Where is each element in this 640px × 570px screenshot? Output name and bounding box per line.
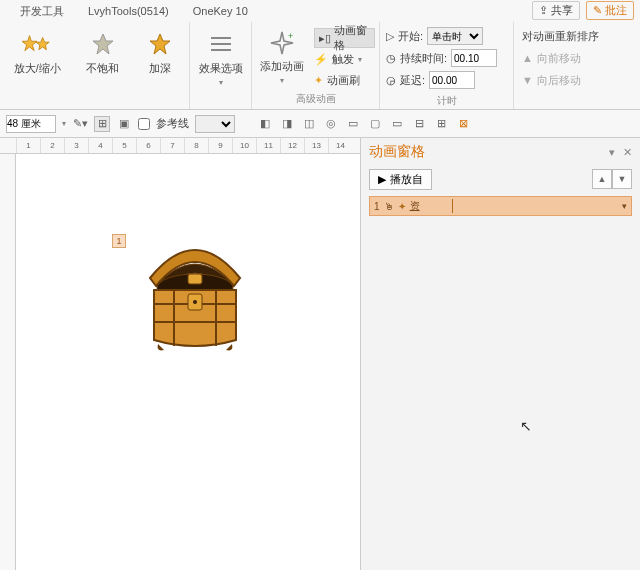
zoom-input[interactable] (6, 115, 56, 133)
work-area: 1234567891011121314 1 (0, 138, 640, 570)
canvas-area: 1234567891011121314 1 (0, 138, 360, 570)
svg-marker-1 (36, 38, 49, 50)
tool-5-icon[interactable]: ▭ (345, 116, 361, 132)
snap-icon[interactable]: ⊞ (94, 116, 110, 132)
animation-pane-button[interactable]: ▸▯ 动画窗格 (314, 28, 375, 48)
animation-item[interactable]: 1 🖱 ✦ 资 ▾ (369, 196, 632, 216)
chest-object[interactable]: 1 (130, 230, 260, 360)
star-gold-icon (145, 30, 175, 60)
item-name: 资 (410, 199, 420, 213)
tool-1-icon[interactable]: ◧ (257, 116, 273, 132)
tool-6-icon[interactable]: ▢ (367, 116, 383, 132)
ruler-horizontal: 1234567891011121314 (0, 138, 360, 154)
start-row: ▷ 开始: 单击时 (386, 26, 507, 46)
pane-menu-icon[interactable]: ▾ (609, 146, 615, 159)
tool-7-icon[interactable]: ▭ (389, 116, 405, 132)
unsat-button[interactable]: 不饱和 (82, 28, 123, 78)
share-button[interactable]: ⇪共享 (532, 1, 580, 20)
start-select[interactable]: 单击时 (427, 27, 483, 45)
svg-marker-3 (150, 34, 170, 54)
move-up-button[interactable]: ▲ (592, 169, 612, 189)
tool-10-icon[interactable]: ⊠ (455, 116, 471, 132)
group-icon[interactable]: ▣ (116, 116, 132, 132)
delay-input[interactable] (429, 71, 475, 89)
arrow-up-icon: ▲ (522, 52, 533, 64)
quick-toolbar: ▾ ✎▾ ⊞ ▣ 参考线 ◧ ◨ ◫ ◎ ▭ ▢ ▭ ⊟ ⊞ ⊠ (0, 110, 640, 138)
deep-button[interactable]: 加深 (141, 28, 179, 78)
star-pair-icon (22, 30, 52, 60)
tab-onekey[interactable]: OneKey 10 (181, 2, 260, 20)
sparkle-icon: + (267, 28, 297, 58)
guide-label: 参考线 (156, 116, 189, 131)
group-label: 计时 (384, 92, 509, 111)
tab-lvyh[interactable]: LvyhTools(0514) (76, 2, 181, 20)
svg-rect-10 (188, 274, 202, 284)
ribbon: 放大/缩小 不饱和 加深 效果选项 (0, 22, 640, 110)
item-index: 1 (374, 201, 380, 212)
move-earlier-button: ▲ 向前移动 (522, 48, 581, 68)
guide-checkbox[interactable] (138, 118, 150, 130)
effect-icon: ✦ (398, 201, 406, 212)
effect-options-button[interactable]: 效果选项 ▾ (195, 28, 247, 89)
trigger-button[interactable]: ⚡ 触发▾ (314, 49, 375, 69)
annotate-button[interactable]: ✎批注 (586, 1, 634, 20)
clock-icon: ◷ (386, 52, 396, 65)
tool-2-icon[interactable]: ◨ (279, 116, 295, 132)
duration-input[interactable] (451, 49, 497, 67)
animation-painter-button[interactable]: ✦ 动画刷 (314, 70, 375, 90)
svg-marker-2 (93, 34, 113, 54)
add-animation-button[interactable]: + 添加动画 ▾ (256, 26, 308, 87)
move-later-button: ▼ 向后移动 (522, 70, 581, 90)
svg-text:+: + (288, 31, 293, 41)
animation-list: 1 🖱 ✦ 资 ▾ (361, 192, 640, 220)
guide-select[interactable] (195, 115, 235, 133)
pane-icon: ▸▯ (319, 32, 331, 45)
pane-title: 动画窗格 (369, 143, 425, 161)
slide-canvas[interactable]: 1 (16, 154, 360, 570)
play-icon: ▶ (378, 173, 386, 186)
ruler-vertical (0, 154, 16, 570)
list-icon (206, 30, 236, 60)
animation-tag[interactable]: 1 (112, 234, 126, 248)
cursor-icon: ↖ (520, 418, 532, 434)
play-icon: ▷ (386, 30, 394, 43)
tool-9-icon[interactable]: ⊞ (433, 116, 449, 132)
chevron-down-icon[interactable]: ▾ (622, 201, 627, 211)
reorder-label: 对动画重新排序 (522, 26, 599, 46)
tool-4-icon[interactable]: ◎ (323, 116, 339, 132)
tab-dev[interactable]: 开发工具 (8, 1, 76, 22)
svg-marker-0 (22, 36, 37, 51)
tool-3-icon[interactable]: ◫ (301, 116, 317, 132)
dropper-icon[interactable]: ✎▾ (72, 116, 88, 132)
group-label: 高级动画 (256, 90, 375, 109)
star-grey-icon (88, 30, 118, 60)
ribbon-tabs: 开发工具 LvyhTools(0514) OneKey 10 ⇪共享 ✎批注 (0, 0, 640, 22)
bolt-icon: ⚡ (314, 53, 328, 66)
mouse-icon: 🖱 (384, 201, 394, 212)
delay-row: ◶ 延迟: (386, 70, 507, 90)
treasure-chest-icon (130, 230, 260, 360)
delay-icon: ◶ (386, 74, 396, 87)
svg-point-16 (193, 300, 197, 304)
chevron-down-icon: ▾ (219, 78, 223, 87)
animation-pane: 动画窗格 ▾ ✕ ▶ 播放自 ▲ ▼ 1 🖱 ✦ 资 (360, 138, 640, 570)
brush-icon: ✦ (314, 74, 323, 87)
pane-close-icon[interactable]: ✕ (623, 146, 632, 159)
zoom-button[interactable]: 放大/缩小 (10, 28, 65, 78)
play-from-button[interactable]: ▶ 播放自 (369, 169, 432, 190)
chevron-down-icon: ▾ (280, 76, 284, 85)
tool-8-icon[interactable]: ⊟ (411, 116, 427, 132)
arrow-down-icon: ▼ (522, 74, 533, 86)
duration-row: ◷ 持续时间: (386, 48, 507, 68)
timeline-bar (452, 199, 453, 213)
move-down-button[interactable]: ▼ (612, 169, 632, 189)
